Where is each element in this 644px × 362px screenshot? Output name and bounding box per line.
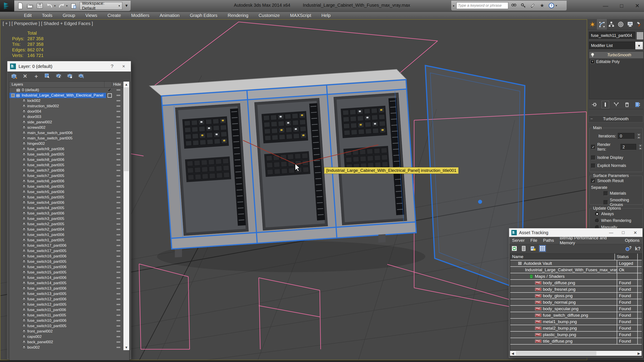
layer-row-fuse-switch10-part006[interactable]: fuse_switch10_part006 [10,318,124,323]
maximize-button[interactable]: □ [618,230,628,235]
smoothing-groups-checkbox[interactable] [604,200,608,205]
layer-row-door004[interactable]: door004 [10,109,124,114]
column-header-hide[interactable]: Hide [112,81,124,87]
search-expand-icon[interactable]: ▸ [453,4,454,7]
create-new-layer-button[interactable]: ✦ [10,73,18,80]
hide-toggle[interactable] [113,281,124,286]
hide-toggle[interactable] [113,87,124,93]
layer-dialog-help-button[interactable]: ? [108,63,116,69]
layer-row-front-panel002[interactable]: front_panel002 [10,329,124,334]
show-end-result-icon[interactable] [602,101,609,108]
refresh-icon[interactable] [511,245,518,252]
communication-center-icon[interactable] [529,2,536,9]
menu-edit[interactable]: Edit [19,12,37,19]
hide-toggle[interactable] [113,318,124,323]
layer-row-fuse-switch11-part005[interactable]: fuse_switch11_part005 [10,313,124,318]
workspace-selector[interactable]: Workspace: Default ▾ [80,2,122,9]
application-menu-button[interactable] [0,0,14,12]
hide-toggle[interactable] [113,243,124,248]
minimize-button[interactable]: — [599,2,612,9]
hide-toggle[interactable] [113,120,124,125]
tab-modify[interactable] [597,19,607,29]
layer-row-fuse-switch8-part005[interactable]: fuse_switch8_part005 [10,162,124,168]
hide-toggle[interactable] [113,297,124,302]
hide-toggle[interactable] [113,136,124,141]
hide-toggle[interactable] [113,259,124,264]
menu-customize[interactable]: Customize [254,12,285,19]
menu-help[interactable]: Help [316,12,336,19]
properties-view-icon[interactable] [530,245,536,252]
layer-dialog-titlebar[interactable]: Layer: 0 (default) ? × [8,61,131,71]
column-header-status[interactable]: Status [614,254,637,260]
dropdown-arrow-icon[interactable]: ▼ [635,41,643,50]
layer-row-fuse-switch5-part006[interactable]: fuse_switch5_part006 [10,189,124,195]
layer-row-fuse-switch17-part006[interactable]: fuse_switch17_part006 [10,243,124,248]
context-help-icon[interactable]: k? [634,245,641,252]
hide-toggle[interactable] [113,275,124,281]
current-layer-check-icon[interactable]: ✓ [108,88,111,92]
asset-row-fuse-switch-diffuse-png[interactable]: PNGfuse_switch_diffuse.pngFound [510,312,642,319]
layer-row-fuse-switch2-part005[interactable]: fuse_switch2_part005 [10,221,124,227]
hide-toggle[interactable] [113,264,124,270]
hide-toggle[interactable] [113,179,124,184]
layer-row-fuse-switch4-part005[interactable]: fuse_switch4_part005 [10,205,124,211]
layer-row-fuse-switch7-part006[interactable]: fuse_switch7_part006 [10,168,124,173]
close-button[interactable]: ✕ [631,2,644,9]
layer-row-fuse-switch17-part005[interactable]: fuse_switch17_part005 [10,248,124,254]
layer-row-fuse-switch8-part006[interactable]: fuse_switch8_part006 [10,157,124,162]
layer-row-fuse-switch13-part006[interactable]: fuse_switch13_part006 [10,286,124,291]
hide-toggle[interactable] [113,205,124,211]
layer-row-caps002[interactable]: caps002 [10,334,124,340]
menu-create[interactable]: Create [102,12,126,19]
select-objects-in-layer-button[interactable] [44,73,51,80]
delete-layer-button[interactable]: ✕ [21,73,29,80]
render-iters-spinner[interactable]: ▲▼ [638,144,642,150]
hide-toggle[interactable] [113,114,124,120]
hide-toggle[interactable] [113,313,124,318]
set-current-layer-box[interactable] [108,93,112,98]
layer-properties-button[interactable]: ⚙ [77,73,85,80]
hide-toggle[interactable] [113,98,124,103]
layer-row-fuse-switch16-part005[interactable]: fuse_switch16_part005 [10,259,124,264]
column-header-name[interactable]: Name [510,254,614,260]
menu-rendering[interactable]: Rendering [222,12,253,19]
hide-toggle[interactable] [113,109,124,114]
remove-modifier-icon[interactable] [624,101,630,108]
hide-toggle[interactable] [113,227,124,232]
update-when-rendering-radio[interactable] [595,219,599,223]
layer-row-fuse-switch9-part005[interactable]: fuse_switch9_part005 [10,152,124,157]
asset-row-plastic-bump-png[interactable]: PNGplastic_bump.pngFound [510,332,642,338]
collapse-expander-icon[interactable]: − [11,94,15,97]
search-icon[interactable] [510,2,518,9]
scroll-left-icon[interactable]: ◀ [511,352,514,356]
subscription-key-icon[interactable] [520,2,527,9]
help-dropdown-arrow[interactable]: ▾ [556,4,557,7]
menu-graph-editors[interactable]: Graph Editors [185,12,222,19]
scroll-down-icon[interactable]: ▼ [124,346,129,349]
layer-row-fuse-switch3-part005[interactable]: fuse_switch3_part005 [10,216,124,221]
iterations-field[interactable]: 0 [618,133,634,139]
scroll-up-icon[interactable]: ▲ [124,81,129,86]
scrollbar-thumb[interactable] [124,87,129,171]
layer-row-hinges002[interactable]: hinges002 [10,141,124,146]
layer-row-main-fuse-switch-part005[interactable]: main_fuse_switch_part005 [10,136,124,141]
search-input[interactable] [456,2,508,9]
hide-toggle[interactable] [113,238,124,243]
layer-list-header[interactable]: Layers Hide [10,81,124,88]
hide-toggle[interactable] [113,211,124,216]
layer-row-screws002[interactable]: screws002 [10,125,124,130]
layer-row-fuse-switch9-part006[interactable]: fuse_switch9_part006 [10,146,124,152]
object-color-swatch[interactable] [636,32,644,40]
tab-hierarchy[interactable] [607,19,616,29]
layer-row-instruction-title002[interactable]: instruction_title002 [10,103,124,109]
tab-utilities[interactable] [634,19,644,29]
iterations-spinner[interactable]: ▲▼ [636,133,641,139]
layer-row-fuse-switch11-part006[interactable]: fuse_switch11_part006 [10,307,124,313]
turbosmooth-rollout-header[interactable]: − TurboSmooth [588,115,643,122]
hide-toggle[interactable] [113,248,124,254]
new-file-button[interactable] [16,2,24,9]
asset-menu-options[interactable]: Options [622,238,642,243]
favorites-star-icon[interactable]: ★ [538,2,546,9]
layer-row-fuse-switch5-part005[interactable]: fuse_switch5_part005 [10,195,124,200]
hide-toggle[interactable] [113,340,124,345]
